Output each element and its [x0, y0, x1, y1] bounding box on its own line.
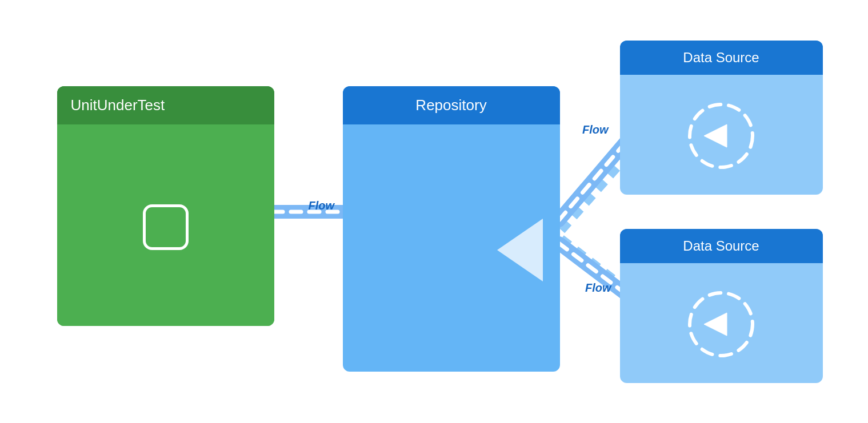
diagram-container: UnitUnderTest Repository Data Source [34, 18, 834, 406]
data-source-top-body [620, 75, 823, 195]
data-source-top-block: Data Source [620, 41, 823, 195]
repository-label: Repository [415, 96, 486, 114]
repository-header: Repository [343, 86, 560, 124]
svg-marker-16 [704, 313, 727, 336]
data-source-bottom-block: Data Source [620, 229, 823, 383]
unit-under-test-header: UnitUnderTest [57, 86, 274, 124]
data-source-bottom-label: Data Source [683, 238, 759, 253]
unit-under-test-body [57, 124, 274, 326]
unit-under-test-label: UnitUnderTest [71, 96, 165, 114]
data-source-bottom-body [620, 263, 823, 383]
data-source-top-label: Data Source [683, 50, 759, 65]
unit-square-icon [143, 204, 189, 250]
repository-triangle-icon [497, 219, 543, 281]
data-source-bottom-header: Data Source [620, 229, 823, 263]
repository-block: Repository [343, 86, 560, 372]
flow-label-bottom-right: Flow [585, 281, 611, 295]
flow-label-top-right: Flow [582, 123, 609, 136]
data-source-top-header: Data Source [620, 41, 823, 75]
svg-marker-14 [704, 124, 727, 147]
data-source-bottom-circle-icon [678, 281, 764, 367]
flow-label-center: Flow [309, 199, 335, 212]
unit-under-test-block: UnitUnderTest [57, 86, 274, 326]
data-source-top-circle-icon [678, 93, 764, 179]
repository-body [343, 124, 560, 372]
